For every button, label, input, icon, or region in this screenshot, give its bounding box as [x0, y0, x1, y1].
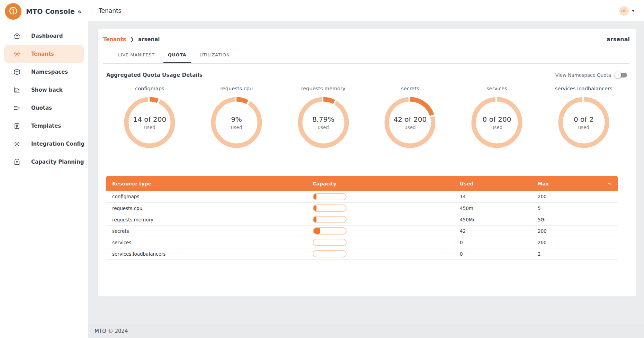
- donut-sub-label: used: [144, 125, 155, 130]
- cell-max: 200: [532, 237, 601, 248]
- main-column: Tenants mt Tenants ❯ arsenal arsenal LIV…: [88, 0, 644, 338]
- user-menu[interactable]: mt: [619, 6, 635, 16]
- sidebar-item-tenants[interactable]: Tenants: [4, 45, 84, 63]
- showback-icon: [13, 86, 21, 94]
- header-resource-type: Resource type: [106, 176, 307, 191]
- sidebar-item-quotas[interactable]: Quotas: [0, 99, 88, 117]
- cell-used: 450Mi: [454, 214, 532, 225]
- sidebar-item-show-back[interactable]: Show back: [0, 81, 88, 99]
- donut-value: 8.79%: [312, 115, 334, 124]
- section-title: Aggregated Quota Usage Details: [106, 72, 203, 78]
- view-namespace-quota-toggle[interactable]: [615, 73, 627, 77]
- cell-resource: services.loadbalancers: [106, 248, 307, 259]
- section-divider: [106, 164, 627, 164]
- home-icon: [13, 32, 21, 40]
- donut-sub-label: used: [578, 125, 589, 130]
- table-row: configmaps 14 200: [106, 191, 618, 202]
- cell-used: 42: [454, 225, 532, 237]
- cell-max: 200: [532, 225, 601, 237]
- cell-used: 14: [454, 191, 532, 202]
- quota-table: Resource type Capacity Used Max configma…: [106, 176, 618, 260]
- tab-live-manifest[interactable]: LIVE MANIFEST: [114, 47, 159, 63]
- top-header: Tenants mt: [88, 0, 644, 22]
- capacity-bar: [313, 250, 347, 257]
- donut-title: services.loadbalancers: [555, 86, 612, 91]
- cell-resource: requests.cpu: [106, 202, 307, 214]
- chevron-down-icon: [632, 10, 635, 12]
- sidebar-item-label: Quotas: [31, 105, 52, 111]
- header-capacity: Capacity: [307, 176, 454, 191]
- cell-max: 5: [532, 202, 601, 214]
- avatar[interactable]: mt: [619, 6, 629, 16]
- sidebar-item-label: Show back: [31, 87, 63, 93]
- header-used: Used: [454, 176, 532, 191]
- breadcrumb-tenants-link[interactable]: Tenants: [103, 36, 126, 43]
- donut-sub-label: used: [491, 125, 502, 130]
- cell-resource: requests.memory: [106, 214, 307, 225]
- footer: MTO © 2024: [88, 324, 644, 338]
- capacity-bar: [313, 216, 347, 223]
- quota-table-body: configmaps 14 200 requests.cpu 450m 5 re…: [106, 191, 618, 259]
- cell-max: 5Gi: [532, 214, 601, 225]
- logo-row: MTO Console «: [0, 0, 88, 23]
- collapse-table-button[interactable]: [607, 181, 612, 186]
- quota-panel: Aggregated Quota Usage Details View Name…: [98, 64, 636, 260]
- donut-chart: 0 of 200 used: [471, 96, 523, 149]
- tenant-detail-card: Tenants ❯ arsenal arsenal LIVE MANIFESTQ…: [98, 29, 636, 296]
- content-area: Tenants ❯ arsenal arsenal LIVE MANIFESTQ…: [88, 22, 644, 324]
- sidebar-item-label: Tenants: [31, 51, 54, 57]
- cell-max: 2: [532, 248, 601, 259]
- capacity-bar: [313, 193, 347, 200]
- breadcrumb: Tenants ❯ arsenal arsenal: [98, 29, 636, 47]
- donut-value: 9%: [231, 115, 242, 124]
- table-row: services 0 200: [106, 237, 618, 248]
- sidebar-collapse-button[interactable]: «: [76, 7, 83, 16]
- tenant-name-label: arsenal: [607, 36, 630, 43]
- donut-chart: 14 of 200 used: [123, 96, 176, 149]
- sidebar-item-label: Integration Config: [31, 141, 84, 147]
- sidebar-item-templates[interactable]: Templates: [0, 117, 88, 135]
- donut-chart: 9% used: [210, 96, 263, 149]
- table-row: secrets 42 200: [106, 225, 618, 237]
- capacity-planning-icon: [13, 158, 21, 166]
- sidebar-item-label: Capacity Planning: [31, 159, 84, 165]
- integration-config-icon: [13, 140, 21, 148]
- donut-chart: 42 of 200 used: [384, 96, 436, 149]
- breadcrumb-separator-icon: ❯: [130, 37, 134, 42]
- donut-chart: 0 of 2 used: [557, 96, 610, 149]
- sidebar-item-dashboard[interactable]: Dashboard: [0, 27, 88, 45]
- donut-row: configmaps 14 of 200 used requests.cpu: [106, 86, 627, 149]
- capacity-bar: [313, 204, 347, 212]
- donut-title: configmaps: [135, 86, 164, 91]
- donut-chart: 8.79% used: [297, 96, 350, 149]
- cell-used: 0: [454, 237, 532, 248]
- breadcrumb-current: arsenal: [138, 36, 160, 43]
- chevron-up-icon: [607, 181, 612, 186]
- templates-icon: [13, 122, 21, 130]
- donut-sub-label: used: [231, 125, 242, 130]
- tab-quota[interactable]: QUOTA: [163, 47, 191, 63]
- sidebar-item-namespaces[interactable]: Namespaces: [0, 63, 88, 81]
- tab-utilization[interactable]: UTILIZATION: [195, 47, 234, 63]
- donut-requests-cpu: requests.cpu 9% used: [193, 86, 280, 149]
- quota-table-header: Resource type Capacity Used Max: [106, 176, 618, 191]
- header-max: Max: [532, 176, 601, 191]
- donut-title: services: [486, 86, 507, 91]
- tabs: LIVE MANIFESTQUOTAUTILIZATION: [103, 47, 630, 64]
- namespaces-icon: [13, 68, 21, 76]
- table-row: requests.memory 450Mi 5Gi: [106, 214, 618, 225]
- donut-title: requests.cpu: [220, 86, 253, 91]
- donut-value: 0 of 200: [483, 115, 511, 124]
- tenants-icon: [13, 50, 21, 58]
- mto-logo-icon: [5, 3, 21, 20]
- sidebar-item-capacity-planning[interactable]: Capacity Planning: [0, 153, 88, 171]
- sidebar-item-integration-config[interactable]: Integration Config: [0, 135, 88, 153]
- donut-value: 0 of 2: [574, 115, 593, 124]
- donut-sub-label: used: [317, 125, 329, 130]
- cell-max: 200: [532, 191, 601, 202]
- table-row: requests.cpu 450m 5: [106, 202, 618, 214]
- table-row: services.loadbalancers 0 2: [106, 248, 618, 259]
- donut-title: secrets: [401, 86, 419, 91]
- cell-used: 450m: [454, 202, 532, 214]
- sidebar-nav: Dashboard Tenants Namespaces Show back Q…: [0, 27, 88, 171]
